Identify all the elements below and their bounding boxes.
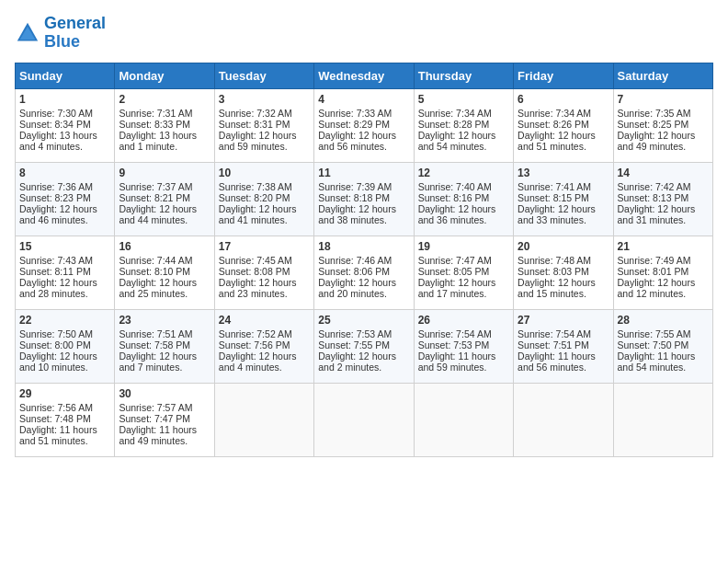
col-tuesday: Tuesday bbox=[214, 63, 313, 88]
calendar-week-4: 22Sunrise: 7:50 AMSunset: 8:00 PMDayligh… bbox=[16, 309, 713, 383]
daylight-text: Daylight: 12 hours and 41 minutes. bbox=[219, 203, 297, 225]
daylight-text: Daylight: 12 hours and 46 minutes. bbox=[19, 203, 97, 225]
sunset-text: Sunset: 8:06 PM bbox=[318, 266, 390, 277]
day-number: 14 bbox=[618, 167, 709, 179]
daylight-text: Daylight: 13 hours and 4 minutes. bbox=[19, 130, 97, 152]
sunset-text: Sunset: 8:05 PM bbox=[418, 266, 490, 277]
sunrise-text: Sunrise: 7:34 AM bbox=[418, 108, 492, 119]
day-number: 27 bbox=[518, 314, 609, 327]
calendar-day-19: 19Sunrise: 7:47 AMSunset: 8:05 PMDayligh… bbox=[414, 236, 513, 309]
day-number: 28 bbox=[618, 314, 709, 327]
calendar-day-27: 27Sunrise: 7:54 AMSunset: 7:51 PMDayligh… bbox=[514, 309, 613, 383]
daylight-text: Daylight: 12 hours and 10 minutes. bbox=[19, 350, 97, 373]
calendar-day-18: 18Sunrise: 7:46 AMSunset: 8:06 PMDayligh… bbox=[314, 236, 414, 309]
col-wednesday: Wednesday bbox=[314, 63, 414, 88]
day-number: 1 bbox=[19, 93, 110, 106]
sunset-text: Sunset: 8:15 PM bbox=[518, 192, 589, 203]
calendar-week-1: 1Sunrise: 7:30 AMSunset: 8:34 PMDaylight… bbox=[16, 88, 713, 162]
col-thursday: Thursday bbox=[414, 63, 513, 88]
calendar-day-24: 24Sunrise: 7:52 AMSunset: 7:56 PMDayligh… bbox=[214, 309, 313, 383]
calendar-day-10: 10Sunrise: 7:38 AMSunset: 8:20 PMDayligh… bbox=[214, 162, 313, 236]
calendar-day-7: 7Sunrise: 7:35 AMSunset: 8:25 PMDaylight… bbox=[613, 88, 712, 162]
daylight-text: Daylight: 12 hours and 44 minutes. bbox=[119, 203, 197, 225]
daylight-text: Daylight: 12 hours and 20 minutes. bbox=[318, 277, 396, 299]
daylight-text: Daylight: 12 hours and 54 minutes. bbox=[418, 130, 496, 152]
day-number: 6 bbox=[518, 93, 609, 106]
sunrise-text: Sunrise: 7:32 AM bbox=[219, 108, 292, 119]
sunrise-text: Sunrise: 7:39 AM bbox=[318, 181, 392, 192]
sunset-text: Sunset: 7:48 PM bbox=[19, 413, 91, 424]
empty-cell bbox=[613, 383, 712, 456]
sunset-text: Sunset: 8:01 PM bbox=[618, 266, 689, 277]
daylight-text: Daylight: 11 hours and 49 minutes. bbox=[119, 424, 197, 446]
calendar-day-28: 28Sunrise: 7:55 AMSunset: 7:50 PMDayligh… bbox=[613, 309, 712, 383]
sunset-text: Sunset: 7:50 PM bbox=[618, 339, 689, 350]
sunset-text: Sunset: 8:11 PM bbox=[19, 266, 91, 277]
day-number: 16 bbox=[119, 240, 210, 253]
sunrise-text: Sunrise: 7:56 AM bbox=[19, 402, 93, 413]
sunset-text: Sunset: 7:53 PM bbox=[418, 339, 490, 350]
daylight-text: Daylight: 11 hours and 51 minutes. bbox=[19, 424, 97, 446]
day-number: 7 bbox=[618, 93, 709, 106]
day-number: 4 bbox=[318, 93, 409, 106]
sunrise-text: Sunrise: 7:46 AM bbox=[318, 255, 392, 266]
sunrise-text: Sunrise: 7:54 AM bbox=[418, 328, 492, 339]
sunset-text: Sunset: 8:34 PM bbox=[19, 119, 91, 130]
sunrise-text: Sunrise: 7:30 AM bbox=[19, 108, 93, 119]
calendar-day-25: 25Sunrise: 7:53 AMSunset: 7:55 PMDayligh… bbox=[314, 309, 414, 383]
empty-cell bbox=[414, 383, 513, 456]
page-header: General Blue bbox=[15, 15, 713, 52]
daylight-text: Daylight: 12 hours and 12 minutes. bbox=[618, 277, 696, 299]
calendar-day-12: 12Sunrise: 7:40 AMSunset: 8:16 PMDayligh… bbox=[414, 162, 513, 236]
day-number: 8 bbox=[19, 167, 110, 179]
calendar-day-26: 26Sunrise: 7:54 AMSunset: 7:53 PMDayligh… bbox=[414, 309, 513, 383]
sunset-text: Sunset: 8:20 PM bbox=[219, 192, 290, 203]
daylight-text: Daylight: 12 hours and 7 minutes. bbox=[119, 350, 197, 373]
daylight-text: Daylight: 12 hours and 59 minutes. bbox=[219, 130, 297, 152]
sunset-text: Sunset: 8:10 PM bbox=[119, 266, 190, 277]
day-number: 21 bbox=[618, 240, 709, 253]
sunset-text: Sunset: 8:33 PM bbox=[119, 119, 190, 130]
sunset-text: Sunset: 7:51 PM bbox=[518, 339, 589, 350]
calendar-day-11: 11Sunrise: 7:39 AMSunset: 8:18 PMDayligh… bbox=[314, 162, 414, 236]
sunrise-text: Sunrise: 7:41 AM bbox=[518, 181, 591, 192]
daylight-text: Daylight: 12 hours and 33 minutes. bbox=[518, 203, 596, 225]
calendar-day-8: 8Sunrise: 7:36 AMSunset: 8:23 PMDaylight… bbox=[16, 162, 115, 236]
sunset-text: Sunset: 8:18 PM bbox=[318, 192, 390, 203]
calendar-week-5: 29Sunrise: 7:56 AMSunset: 7:48 PMDayligh… bbox=[16, 383, 713, 456]
daylight-text: Daylight: 12 hours and 49 minutes. bbox=[618, 130, 696, 152]
logo: General Blue bbox=[15, 15, 106, 52]
daylight-text: Daylight: 12 hours and 31 minutes. bbox=[618, 203, 696, 225]
day-number: 3 bbox=[219, 93, 310, 106]
daylight-text: Daylight: 12 hours and 15 minutes. bbox=[518, 277, 596, 299]
calendar-day-4: 4Sunrise: 7:33 AMSunset: 8:29 PMDaylight… bbox=[314, 88, 414, 162]
sunrise-text: Sunrise: 7:53 AM bbox=[318, 328, 392, 339]
day-number: 22 bbox=[19, 314, 110, 327]
sunrise-text: Sunrise: 7:47 AM bbox=[418, 255, 492, 266]
sunrise-text: Sunrise: 7:34 AM bbox=[518, 108, 591, 119]
calendar-day-5: 5Sunrise: 7:34 AMSunset: 8:28 PMDaylight… bbox=[414, 88, 513, 162]
daylight-text: Daylight: 12 hours and 17 minutes. bbox=[418, 277, 496, 299]
sunset-text: Sunset: 8:21 PM bbox=[119, 192, 190, 203]
calendar-day-17: 17Sunrise: 7:45 AMSunset: 8:08 PMDayligh… bbox=[214, 236, 313, 309]
day-number: 2 bbox=[119, 93, 210, 106]
day-number: 12 bbox=[418, 167, 509, 179]
daylight-text: Daylight: 12 hours and 51 minutes. bbox=[518, 130, 596, 152]
col-sunday: Sunday bbox=[16, 63, 115, 88]
sunset-text: Sunset: 7:58 PM bbox=[119, 339, 190, 350]
day-number: 23 bbox=[119, 314, 210, 327]
day-number: 15 bbox=[19, 240, 110, 253]
day-number: 26 bbox=[418, 314, 509, 327]
sunset-text: Sunset: 8:26 PM bbox=[518, 119, 589, 130]
day-number: 20 bbox=[518, 240, 609, 253]
col-friday: Friday bbox=[514, 63, 613, 88]
sunrise-text: Sunrise: 7:49 AM bbox=[618, 255, 691, 266]
day-number: 29 bbox=[19, 387, 110, 400]
logo-icon bbox=[15, 20, 40, 46]
calendar-day-15: 15Sunrise: 7:43 AMSunset: 8:11 PMDayligh… bbox=[16, 236, 115, 309]
sunrise-text: Sunrise: 7:52 AM bbox=[219, 328, 292, 339]
sunrise-text: Sunrise: 7:48 AM bbox=[518, 255, 591, 266]
sunset-text: Sunset: 8:28 PM bbox=[418, 119, 490, 130]
calendar-day-21: 21Sunrise: 7:49 AMSunset: 8:01 PMDayligh… bbox=[613, 236, 712, 309]
daylight-text: Daylight: 12 hours and 38 minutes. bbox=[318, 203, 396, 225]
